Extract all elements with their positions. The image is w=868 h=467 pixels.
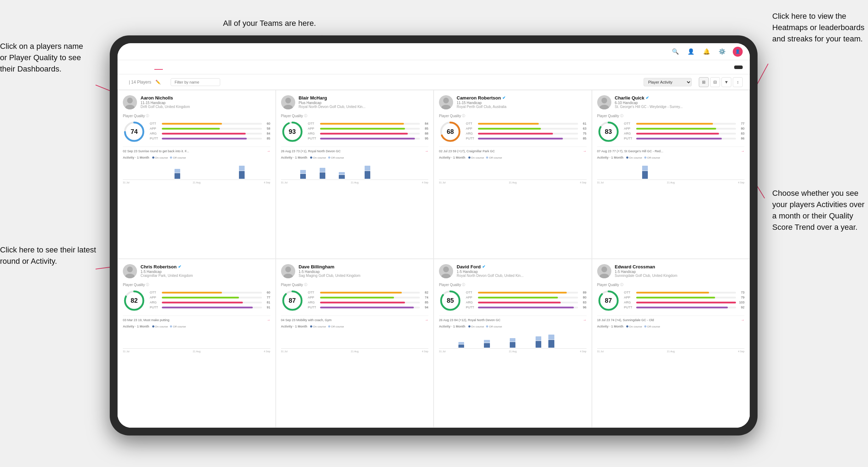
stat-label: PUTT: [466, 306, 476, 309]
quality-circle[interactable]: 87: [597, 289, 620, 312]
filter-button[interactable]: ▼: [721, 77, 731, 87]
player-avatar: [123, 264, 137, 278]
edit-team-icon[interactable]: ✏️: [155, 80, 161, 85]
stat-bar-wrap: [162, 297, 262, 298]
player-card: Charlie Quick ✔ 6-10 Handicap St. George…: [592, 90, 750, 259]
chart-label: 4 Sep: [422, 350, 428, 353]
bell-icon[interactable]: 🔔: [702, 47, 712, 57]
grid-view-button[interactable]: ⊞: [699, 77, 709, 87]
player-name[interactable]: Aaron Nicholls: [141, 95, 270, 101]
quality-circle[interactable]: 82: [123, 289, 145, 312]
stat-row: OTT 60: [150, 122, 270, 125]
stat-row: APP 80: [624, 127, 745, 130]
stat-value: 74: [422, 296, 428, 299]
chart-col: [510, 338, 515, 348]
stat-value: 96: [580, 306, 587, 309]
chart-labels: 31 Jul21 Aug4 Sep: [123, 181, 270, 184]
last-round[interactable]: 07 Aug 23 77 (+7), St George's Hill GC -…: [597, 147, 745, 153]
player-name[interactable]: Charlie Quick ✔: [615, 95, 745, 101]
activity-legend: On course Off course: [626, 156, 660, 159]
last-round[interactable]: 02 Sep 23 Sunrise round to get back into…: [123, 147, 270, 153]
stat-row: ARG 103: [624, 301, 745, 304]
chart-label: 31 Jul: [439, 181, 446, 184]
stat-bar-wrap: [162, 292, 262, 294]
quality-circle[interactable]: 74: [123, 120, 145, 143]
stat-bar-wrap: [162, 128, 262, 130]
activity-section: Activity · 1 Month On course Off course: [123, 156, 270, 184]
quality-circle[interactable]: 87: [281, 289, 304, 312]
tab-pgat[interactable]: [125, 65, 133, 70]
stat-value: 85: [422, 301, 428, 304]
player-name[interactable]: Chris Robertson ✔: [141, 264, 270, 269]
stat-value: 77: [264, 296, 270, 299]
stat-bar-wrap: [320, 123, 420, 125]
player-name[interactable]: Dave Billingham: [299, 264, 429, 269]
add-team-button[interactable]: [734, 66, 743, 69]
stat-bar-wrap: [320, 307, 420, 308]
quality-circle[interactable]: 93: [281, 120, 304, 143]
stat-row: PUTT 95: [308, 137, 429, 140]
search-icon[interactable]: 🔍: [670, 47, 680, 57]
quality-circle[interactable]: 85: [439, 289, 462, 312]
settings-icon[interactable]: ⚙️: [717, 47, 727, 57]
activity-legend: On course Off course: [152, 156, 186, 159]
stat-row: PUTT 91: [150, 306, 270, 309]
player-name[interactable]: Cameron Robertson ✔: [457, 95, 587, 101]
quality-section: 82 OTT 60 APP 77 ARG 81: [123, 289, 270, 312]
stat-row: ARG 75: [466, 132, 587, 135]
activity-section: Activity · 1 Month On course Off course: [439, 325, 587, 353]
tab-tour[interactable]: [164, 65, 173, 70]
player-name[interactable]: Blair McHarg: [299, 95, 429, 101]
last-round-text: 07 Aug 23 77 (+7), St George's Hill GC -…: [597, 149, 663, 153]
tab-all-players[interactable]: [174, 65, 183, 70]
last-round[interactable]: 26 Aug 23 84 (+12), Royal North Devon GC…: [439, 315, 587, 322]
activity-chart: [281, 161, 429, 180]
player-card: Blair McHarg Plus Handicap Royal North D…: [276, 90, 434, 259]
chart-col: [239, 166, 245, 179]
activity-chart: [281, 330, 429, 349]
stat-bar-wrap: [162, 133, 262, 135]
annotation-left-bottom: Click here to see their latestround or A…: [0, 244, 96, 267]
last-round[interactable]: 03 Mar 23 19, Must make putting →: [123, 315, 270, 322]
quality-label: Player Quality ⓘ: [123, 114, 270, 118]
tab-pga[interactable]: [135, 65, 143, 70]
last-round[interactable]: 18 Jul 23 74 (+4), Sunningdale GC - Old …: [597, 315, 745, 322]
quality-section: 74 OTT 60 APP 58 ARG 84: [123, 120, 270, 143]
activity-legend: On course Off course: [152, 325, 186, 328]
last-round[interactable]: 02 Jul 23 59 (+17), Craigmillar Park GC …: [439, 147, 587, 153]
chart-label: 31 Jul: [597, 350, 604, 353]
player-club: Craigmillar Park, United Kingdom: [141, 274, 270, 278]
stat-bar: [320, 292, 402, 294]
player-name[interactable]: Edward Crossman: [615, 264, 745, 269]
activity-title: Activity · 1 Month: [281, 325, 308, 328]
tab-team-clippd[interactable]: [154, 65, 163, 70]
player-avatar: [597, 95, 611, 109]
stat-value: 60: [264, 291, 270, 294]
chart-label: 21 Aug: [509, 181, 517, 184]
player-name[interactable]: David Ford ✔: [457, 264, 587, 269]
list-view-button[interactable]: ⊟: [710, 77, 720, 87]
filter-input[interactable]: [171, 78, 220, 86]
sort-button[interactable]: ↕: [733, 77, 743, 87]
last-round[interactable]: 26 Aug 23 73 (+1), Royal North Devon GC …: [281, 147, 429, 153]
tab-hcaps[interactable]: [144, 65, 153, 70]
stat-bar-wrap: [636, 128, 736, 130]
stat-value: 80: [580, 296, 587, 299]
quality-circle[interactable]: 83: [597, 120, 620, 143]
avatar[interactable]: 👤: [733, 47, 743, 57]
stats-grid: OTT 89 APP 80 ARG 83 PUTT 9: [466, 291, 587, 311]
show-select[interactable]: Player Activity Quality Score Trend: [644, 78, 692, 86]
stat-bar: [320, 133, 408, 135]
quality-section: 87 OTT 82 APP 74 ARG 85: [281, 289, 429, 312]
stat-label: ARG: [466, 132, 476, 135]
chart-label: 4 Sep: [264, 181, 270, 184]
quality-section: 85 OTT 89 APP 80 ARG 83: [439, 289, 587, 312]
last-round[interactable]: 04 Sep 23 Mobility with coach, Gym →: [281, 315, 429, 322]
quality-circle[interactable]: 68: [439, 120, 462, 143]
stat-label: APP: [150, 127, 160, 130]
user-icon[interactable]: 👤: [686, 47, 696, 57]
stat-bar-wrap: [478, 123, 578, 125]
stat-bar-wrap: [478, 307, 578, 308]
stat-label: APP: [624, 296, 634, 299]
stat-row: PUTT 85: [466, 137, 587, 140]
